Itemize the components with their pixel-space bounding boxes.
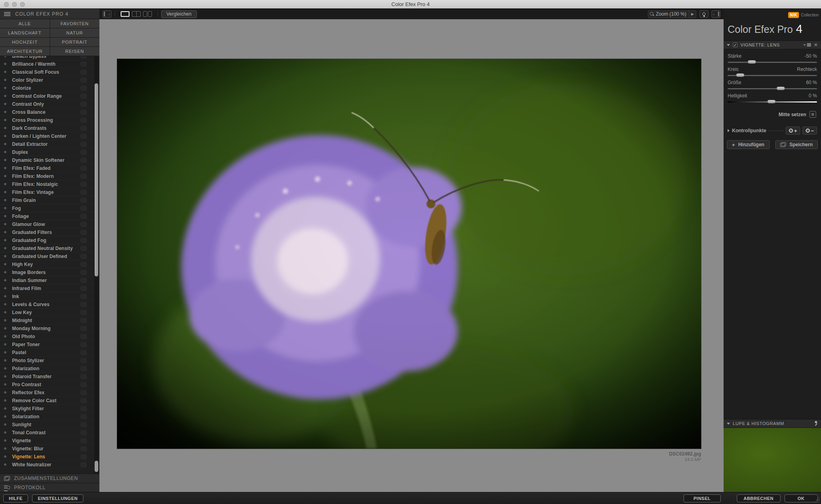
remove-control-point-button[interactable]: − — [803, 127, 817, 135]
favorite-star-icon[interactable]: ★ — [3, 430, 12, 435]
slider-handle[interactable] — [767, 100, 776, 103]
recipe-icon[interactable] — [81, 190, 87, 195]
recipe-icon[interactable] — [81, 254, 87, 259]
slider-track[interactable] — [728, 88, 817, 89]
filter-item[interactable]: ★ White Neutralizer — [0, 461, 99, 469]
filter-item[interactable]: ★ Graduated Filters — [0, 228, 99, 236]
recipe-icon[interactable] — [81, 150, 87, 155]
filter-item[interactable]: ★ Photo Stylizer — [0, 357, 99, 365]
favorite-star-icon[interactable]: ★ — [3, 374, 12, 379]
favorite-star-icon[interactable]: ★ — [3, 56, 12, 58]
filter-item[interactable]: ★ Foliage — [0, 212, 99, 220]
cancel-button[interactable]: ABBRECHEN — [737, 494, 781, 502]
recipe-icon[interactable] — [81, 446, 87, 451]
favorite-star-icon[interactable]: ★ — [3, 366, 12, 371]
minimize-window-button[interactable] — [12, 2, 17, 7]
favorite-star-icon[interactable]: ★ — [3, 238, 12, 243]
favorite-star-icon[interactable]: ★ — [3, 286, 12, 291]
filter-item[interactable]: ★ Monday Morning — [0, 325, 99, 333]
recipe-icon[interactable] — [81, 214, 87, 219]
settings-button[interactable]: EINSTELLUNGEN — [32, 494, 83, 502]
filter-item[interactable]: ★ Ink — [0, 292, 99, 300]
favorite-star-icon[interactable]: ★ — [3, 190, 12, 195]
filter-item[interactable]: ★ Sunlight — [0, 421, 99, 429]
filter-item[interactable]: ★ Tonal Contrast — [0, 429, 99, 437]
recipe-icon[interactable] — [81, 158, 87, 163]
category-tab[interactable]: ARCHITEKTUR — [0, 47, 50, 56]
recipe-icon[interactable] — [81, 70, 87, 75]
favorite-star-icon[interactable]: ★ — [3, 350, 12, 355]
filter-item[interactable]: ★ Film Efex: Nostalgic — [0, 180, 99, 188]
favorite-star-icon[interactable]: ★ — [3, 101, 12, 107]
slider-handle[interactable] — [748, 60, 756, 64]
protocol-button[interactable]: PROTOKOLL — [0, 483, 99, 492]
save-recipe-button[interactable]: Speichern — [775, 140, 818, 149]
filter-item[interactable]: ★ Cross Balance — [0, 108, 99, 116]
slider-track[interactable] — [728, 75, 817, 76]
recipe-icon[interactable] — [81, 438, 87, 443]
filter-item[interactable]: ★ Colorize — [0, 84, 99, 92]
compilations-button[interactable]: ZUSAMMENSTELLUNGEN — [0, 474, 99, 483]
filter-item[interactable]: ★ Pastel — [0, 349, 99, 357]
filter-item[interactable]: ★ Film Efex: Faded — [0, 164, 99, 172]
favorite-star-icon[interactable]: ★ — [3, 310, 12, 315]
recipe-icon[interactable] — [81, 382, 87, 387]
recipe-icon[interactable] — [81, 342, 87, 347]
collapse-triangle-icon[interactable] — [727, 44, 730, 46]
recipe-icon[interactable] — [81, 62, 87, 67]
close-window-button[interactable] — [4, 2, 9, 7]
recipe-icon[interactable] — [81, 166, 87, 171]
filter-item[interactable]: ★ Vignette: Lens — [0, 453, 99, 461]
filter-item[interactable]: ★ Dark Contrasts — [0, 124, 99, 132]
recipe-icon[interactable] — [81, 398, 87, 403]
filter-item[interactable]: ★ Film Efex: Vintage — [0, 188, 99, 196]
recipe-icon[interactable] — [81, 318, 87, 323]
remove-filter-icon[interactable]: ✕ — [814, 42, 818, 47]
filter-list-scrollbar[interactable] — [94, 56, 99, 474]
recipe-icon[interactable] — [81, 182, 87, 187]
recipe-icon[interactable] — [81, 94, 87, 99]
favorite-star-icon[interactable]: ★ — [3, 149, 12, 155]
favorite-star-icon[interactable]: ★ — [3, 165, 12, 171]
favorite-star-icon[interactable]: ★ — [3, 342, 12, 347]
recipe-icon[interactable] — [81, 430, 87, 435]
favorite-star-icon[interactable]: ★ — [3, 222, 12, 227]
filter-item[interactable]: ★ Graduated User Defined — [0, 252, 99, 260]
set-center-button[interactable] — [809, 111, 816, 118]
filter-item[interactable]: ★ Reflector Efex — [0, 389, 99, 397]
favorite-star-icon[interactable]: ★ — [3, 125, 12, 131]
filter-item[interactable]: ★ Bleach Bypass — [0, 56, 99, 60]
filter-item[interactable]: ★ Graduated Neutral Density — [0, 244, 99, 252]
filter-item[interactable]: ★ Color Stylizer — [0, 76, 99, 84]
filter-item[interactable]: ★ Contrast Only — [0, 100, 99, 108]
favorite-star-icon[interactable]: ★ — [3, 206, 12, 211]
filter-item[interactable]: ★ Darken / Lighten Center — [0, 132, 99, 140]
filter-item[interactable]: ★ Film Grain — [0, 196, 99, 204]
filter-item[interactable]: ★ Detail Extractor — [0, 140, 99, 148]
recipe-icon[interactable] — [81, 366, 87, 371]
favorite-star-icon[interactable]: ★ — [3, 382, 12, 387]
filter-item[interactable]: ★ Cross Processing — [0, 116, 99, 124]
category-tab[interactable]: LANDSCHAFT — [0, 28, 50, 37]
favorite-star-icon[interactable]: ★ — [3, 326, 12, 331]
category-tab[interactable]: NATUR — [50, 28, 100, 37]
category-tab[interactable]: REISEN — [50, 47, 100, 56]
favorite-star-icon[interactable]: ★ — [3, 181, 12, 187]
category-tab[interactable]: PORTRAIT — [50, 38, 100, 46]
filter-item[interactable]: ★ Film Efex: Modern — [0, 172, 99, 180]
filter-item[interactable]: ★ Fog — [0, 204, 99, 212]
recipe-icon[interactable] — [81, 414, 87, 419]
favorite-star-icon[interactable]: ★ — [3, 141, 12, 147]
favorite-star-icon[interactable]: ★ — [3, 69, 12, 75]
filter-item[interactable]: ★ High Key — [0, 260, 99, 268]
favorite-star-icon[interactable]: ★ — [3, 157, 12, 163]
recipe-icon[interactable] — [81, 390, 87, 395]
recipe-icon[interactable] — [81, 310, 87, 315]
filter-item[interactable]: ★ Low Key — [0, 308, 99, 317]
favorite-star-icon[interactable]: ★ — [3, 117, 12, 123]
brush-button[interactable]: PINSEL — [683, 494, 721, 502]
help-button[interactable]: HILFE — [3, 494, 28, 502]
recipe-icon[interactable] — [81, 78, 87, 83]
favorite-star-icon[interactable]: ★ — [3, 173, 12, 179]
menu-icon[interactable] — [4, 12, 10, 16]
